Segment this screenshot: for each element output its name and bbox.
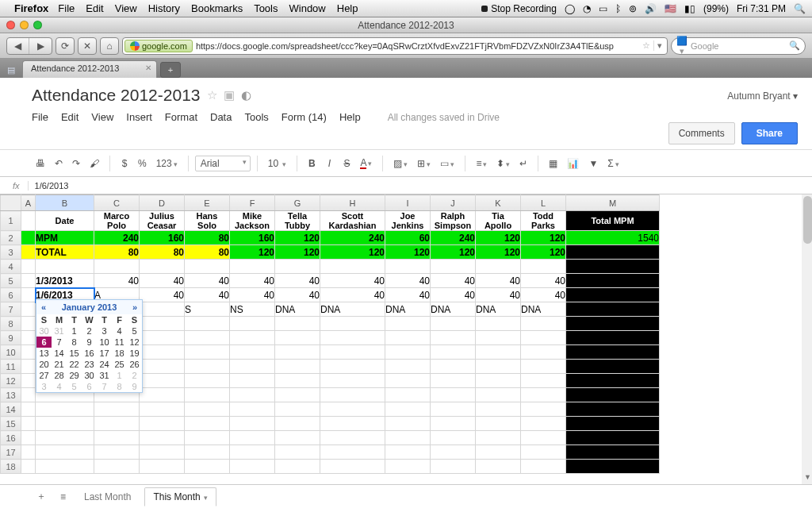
text-color-button[interactable]: A▾ (356, 154, 376, 172)
format-currency-button[interactable]: $ (117, 155, 132, 172)
col-B[interactable]: B (36, 195, 94, 211)
cell-F15[interactable] (230, 417, 275, 431)
doc-title[interactable]: Attendance 2012-2013 (32, 86, 201, 105)
docs-menu-format[interactable]: Format (165, 111, 197, 123)
cell-C18[interactable] (94, 460, 140, 474)
cell-E17[interactable] (185, 445, 230, 460)
cell-A17[interactable] (21, 445, 36, 460)
dp-day[interactable]: 17 (97, 348, 112, 359)
volume-icon[interactable]: 🔊 (645, 3, 657, 14)
dp-day[interactable]: 18 (112, 348, 127, 359)
cell-K2[interactable]: 120 (476, 231, 521, 245)
cell-H4[interactable] (320, 260, 385, 274)
cell-J11[interactable] (431, 360, 476, 374)
cell-K4[interactable] (476, 260, 521, 274)
cell-B5[interactable]: 1/3/2013 (36, 274, 94, 288)
cell-E11[interactable] (185, 360, 230, 374)
cell-H3[interactable]: 120 (320, 245, 385, 260)
cell-L8[interactable] (521, 317, 566, 331)
cell-D15[interactable] (140, 417, 185, 431)
cell-E9[interactable] (185, 331, 230, 345)
user-name[interactable]: Autumn Bryant (727, 90, 790, 102)
menu-view[interactable]: View (115, 2, 137, 14)
col-M[interactable]: M (566, 195, 660, 211)
cell-F1[interactable]: MikeJackson (230, 211, 275, 231)
dp-day[interactable]: 3 (97, 325, 112, 337)
dp-day[interactable]: 29 (67, 370, 82, 381)
cell-I12[interactable] (385, 374, 431, 388)
cell-M17[interactable] (566, 445, 660, 460)
dp-day[interactable]: 28 (52, 370, 67, 381)
dp-day[interactable]: 8 (67, 337, 82, 348)
cell-J16[interactable] (431, 431, 476, 445)
cell-L7[interactable]: DNA (521, 302, 566, 317)
cell-G5[interactable]: 40 (275, 274, 320, 288)
cell-F13[interactable] (230, 388, 275, 402)
cell-D8[interactable] (140, 317, 185, 331)
tab-close-icon[interactable]: ✕ (145, 64, 151, 72)
cell-G16[interactable] (275, 431, 320, 445)
cell-A13[interactable] (21, 388, 36, 402)
cell-L2[interactable]: 120 (521, 231, 566, 245)
cell-K18[interactable] (476, 460, 521, 474)
rownum-6[interactable]: 6 (1, 288, 21, 302)
cell-K15[interactable] (476, 417, 521, 431)
cell-G7[interactable]: DNA (275, 302, 320, 317)
cell-I6[interactable]: 40 (385, 288, 431, 302)
dp-day[interactable]: 9 (127, 381, 142, 392)
cell-A11[interactable] (21, 360, 36, 374)
cell-K14[interactable] (476, 402, 521, 417)
cell-G9[interactable] (275, 331, 320, 345)
bookmark-star-icon[interactable]: ☆ (639, 40, 653, 51)
cell-E18[interactable] (185, 460, 230, 474)
col-E[interactable]: E (185, 195, 230, 211)
cell-L6[interactable]: 40 (521, 288, 566, 302)
docs-menu-edit[interactable]: Edit (61, 111, 79, 123)
cell-L3[interactable]: 120 (521, 245, 566, 260)
cell-E10[interactable] (185, 345, 230, 360)
clock[interactable]: Fri 7:31 PM (737, 3, 786, 14)
cell-H15[interactable] (320, 417, 385, 431)
cell-G2[interactable]: 120 (275, 231, 320, 245)
display-icon[interactable]: ▭ (599, 3, 607, 14)
cell-H16[interactable] (320, 431, 385, 445)
dp-day[interactable]: 15 (67, 348, 82, 359)
col-D[interactable]: D (140, 195, 185, 211)
cell-G15[interactable] (275, 417, 320, 431)
cell-F12[interactable] (230, 374, 275, 388)
cell-F9[interactable] (230, 331, 275, 345)
dp-day[interactable]: 2 (82, 325, 97, 337)
cell-D18[interactable] (140, 460, 185, 474)
dp-day[interactable]: 5 (127, 325, 142, 337)
cell-A12[interactable] (21, 374, 36, 388)
cell-F5[interactable]: 40 (230, 274, 275, 288)
col-I[interactable]: I (385, 195, 431, 211)
cell-E7[interactable]: S (185, 302, 230, 317)
rownum-17[interactable]: 17 (1, 445, 21, 460)
visibility-icon[interactable]: ◐ (241, 88, 251, 102)
cell-K3[interactable]: 120 (476, 245, 521, 260)
star-icon[interactable]: ☆ (207, 88, 217, 102)
cell-L9[interactable] (521, 331, 566, 345)
bluetooth-icon[interactable]: ᛒ (615, 3, 621, 14)
cell-B15[interactable] (36, 417, 94, 431)
cell-F8[interactable] (230, 317, 275, 331)
cell-G4[interactable] (275, 260, 320, 274)
cell-H14[interactable] (320, 402, 385, 417)
dp-day[interactable]: 6 (36, 337, 52, 348)
cell-L15[interactable] (521, 417, 566, 431)
menu-tools[interactable]: Tools (254, 2, 278, 14)
cell-I8[interactable] (385, 317, 431, 331)
cell-G13[interactable] (275, 388, 320, 402)
input-flag-icon[interactable]: 🇺🇸 (665, 3, 676, 14)
col-H[interactable]: H (320, 195, 385, 211)
cell-C15[interactable] (94, 417, 140, 431)
cell-H1[interactable]: ScottKardashian (320, 211, 385, 231)
functions-button[interactable]: Σ▾ (603, 155, 622, 172)
cell-D10[interactable] (140, 345, 185, 360)
dp-day[interactable]: 1 (112, 370, 127, 381)
dp-day[interactable]: 11 (112, 337, 127, 348)
dp-day[interactable]: 24 (97, 359, 112, 370)
cell-H11[interactable] (320, 360, 385, 374)
cell-A4[interactable] (21, 260, 36, 274)
